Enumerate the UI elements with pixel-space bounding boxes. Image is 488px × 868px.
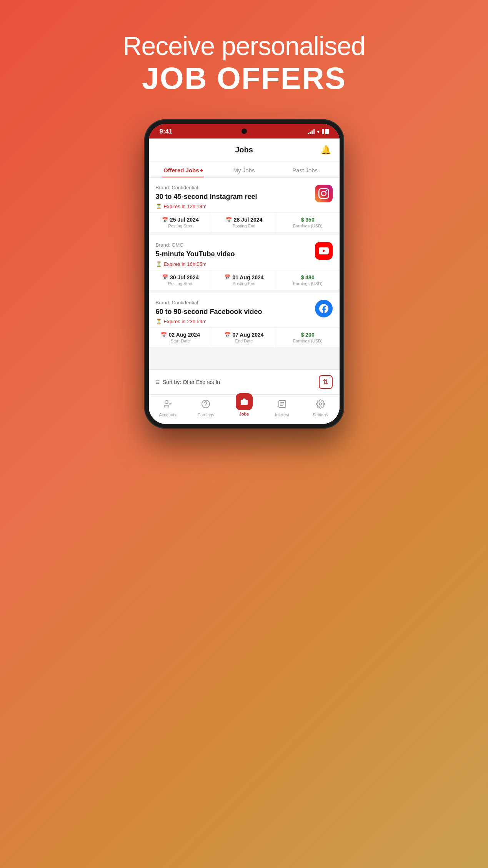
sort-bar: ≡ Sort by: Offer Expires In ⇅ <box>149 369 340 394</box>
brand-label-3: Brand: Confidential <box>156 300 310 305</box>
jobs-tab-icon <box>236 393 253 410</box>
status-time: 9:41 <box>160 128 173 135</box>
expires-text-2: Expires in 16h:05m <box>164 261 207 267</box>
camera-notch <box>242 129 247 134</box>
job-card-1[interactable]: Brand: Confidential 30 to 45-second Inst… <box>149 178 340 232</box>
accounts-label: Accounts <box>159 412 176 417</box>
job-title-2: 5-minute YouTube video <box>156 250 310 259</box>
earnings-2: $ 480 Earnings (USD) <box>276 270 340 290</box>
job-card-top-3: Brand: Confidential 60 to 90-second Face… <box>149 293 340 327</box>
svg-point-0 <box>165 401 168 404</box>
expires-text-3: Expires in 23h:59m <box>164 319 207 324</box>
tab-bar: Offered Jobs My Jobs Past Jobs <box>149 162 340 178</box>
job-dates-1: 📅 25 Jul 2024 Posting Start 📅 28 Jul 202… <box>149 212 340 232</box>
job-title-3: 60 to 90-second Facebook video <box>156 307 310 316</box>
earnings-label: Earnings <box>198 412 214 417</box>
tab-my-jobs[interactable]: My Jobs <box>213 162 275 177</box>
job-dates-3: 📅 02 Aug 2024 Start Date 📅 07 Aug 2024 <box>149 327 340 347</box>
swap-icon: ⇅ <box>323 378 328 386</box>
sort-label: Sort by: Offer Expires In <box>163 379 220 385</box>
sort-swap-button[interactable]: ⇅ <box>319 375 333 389</box>
svg-rect-2 <box>240 400 247 405</box>
tab-jobs[interactable]: Jobs <box>225 398 263 419</box>
app-content: Jobs 🔔 Offered Jobs My Jobs Past Jobs <box>149 139 340 424</box>
jobs-label: Jobs <box>239 412 249 416</box>
job-card-2[interactable]: Brand: GMG 5-minute YouTube video ⏳ Expi… <box>149 235 340 289</box>
sort-left: ≡ Sort by: Offer Expires In <box>156 378 220 386</box>
calendar-icon: 📅 <box>162 274 168 280</box>
tab-dot <box>200 169 203 172</box>
facebook-platform-icon <box>315 300 333 317</box>
posting-start-3: 📅 02 Aug 2024 Start Date <box>149 328 213 347</box>
earnings-1: $ 350 Earnings (USD) <box>276 213 340 232</box>
top-nav: Jobs 🔔 <box>149 139 340 162</box>
job-info-2: Brand: GMG 5-minute YouTube video ⏳ Expi… <box>156 242 310 267</box>
earnings-icon <box>201 399 210 411</box>
expires-row-2: ⏳ Expires in 16h:05m <box>156 261 310 267</box>
posting-end-1: 📅 28 Jul 2024 Posting End <box>212 213 276 232</box>
hourglass-icon-2: ⏳ <box>156 261 162 267</box>
tab-accounts[interactable]: Accounts <box>149 398 187 419</box>
hourglass-icon-3: ⏳ <box>156 319 162 324</box>
status-bar: 9:41 ▾ ▌ <box>149 124 340 139</box>
accounts-icon <box>163 399 172 411</box>
posting-end-3: 📅 07 Aug 2024 End Date <box>212 328 276 347</box>
sort-lines-icon: ≡ <box>156 378 160 386</box>
job-card-top-1: Brand: Confidential 30 to 45-second Inst… <box>149 178 340 212</box>
notification-bell-icon[interactable]: 🔔 <box>321 145 331 155</box>
instagram-platform-icon <box>315 185 333 202</box>
brand-label-2: Brand: GMG <box>156 242 310 248</box>
job-card-3[interactable]: Brand: Confidential 60 to 90-second Face… <box>149 293 340 347</box>
hero-line2: JOB OFFERS <box>123 61 365 96</box>
calendar-icon: 📅 <box>162 217 168 223</box>
expires-row-3: ⏳ Expires in 23h:59m <box>156 319 310 324</box>
status-icons: ▾ ▌ <box>308 129 329 135</box>
battery-icon: ▌ <box>322 129 329 134</box>
earnings-3: $ 200 Earnings (USD) <box>276 328 340 347</box>
calendar-icon: 📅 <box>224 332 230 338</box>
youtube-platform-icon <box>315 242 333 260</box>
svg-point-7 <box>319 403 321 405</box>
phone-screen: 9:41 ▾ ▌ Jobs 🔔 <box>149 124 340 424</box>
settings-label: Settings <box>313 412 328 417</box>
interest-label: Interest <box>275 412 289 417</box>
tab-earnings[interactable]: Earnings <box>187 398 225 419</box>
hourglass-icon-1: ⏳ <box>156 204 162 209</box>
posting-start-1: 📅 25 Jul 2024 Posting Start <box>149 213 213 232</box>
job-title-1: 30 to 45-second Instagram reel <box>156 192 310 201</box>
interest-icon <box>278 399 287 411</box>
posting-start-2: 📅 30 Jul 2024 Posting Start <box>149 270 213 290</box>
expires-text-1: Expires in 12h:19m <box>164 204 207 209</box>
tab-offered-jobs[interactable]: Offered Jobs <box>153 162 214 177</box>
bottom-tab-bar: Accounts Earnings <box>149 394 340 424</box>
job-info-3: Brand: Confidential 60 to 90-second Face… <box>156 300 310 324</box>
signal-icon <box>308 129 315 134</box>
posting-end-2: 📅 01 Aug 2024 Posting End <box>212 270 276 290</box>
calendar-icon: 📅 <box>226 217 232 223</box>
brand-label-1: Brand: Confidential <box>156 185 310 190</box>
jobs-list: Brand: Confidential 30 to 45-second Inst… <box>149 178 340 369</box>
expires-row-1: ⏳ Expires in 12h:19m <box>156 204 310 209</box>
calendar-icon: 📅 <box>224 274 230 280</box>
hero-section: Receive personalised JOB OFFERS <box>123 31 365 96</box>
job-info-1: Brand: Confidential 30 to 45-second Inst… <box>156 185 310 209</box>
page-title: Jobs <box>235 145 253 154</box>
tab-interest[interactable]: Interest <box>263 398 301 419</box>
job-dates-2: 📅 30 Jul 2024 Posting Start 📅 01 Aug 202… <box>149 270 340 290</box>
job-card-top-2: Brand: GMG 5-minute YouTube video ⏳ Expi… <box>149 235 340 270</box>
hero-line1: Receive personalised <box>123 31 365 61</box>
phone-body: 9:41 ▾ ▌ Jobs 🔔 <box>144 119 344 429</box>
empty-space <box>149 350 340 369</box>
settings-icon <box>316 399 325 411</box>
phone-mockup: 9:41 ▾ ▌ Jobs 🔔 <box>144 119 344 429</box>
tab-past-jobs[interactable]: Past Jobs <box>275 162 336 177</box>
wifi-icon: ▾ <box>317 129 320 135</box>
calendar-icon: 📅 <box>161 332 167 338</box>
tab-settings[interactable]: Settings <box>301 398 339 419</box>
